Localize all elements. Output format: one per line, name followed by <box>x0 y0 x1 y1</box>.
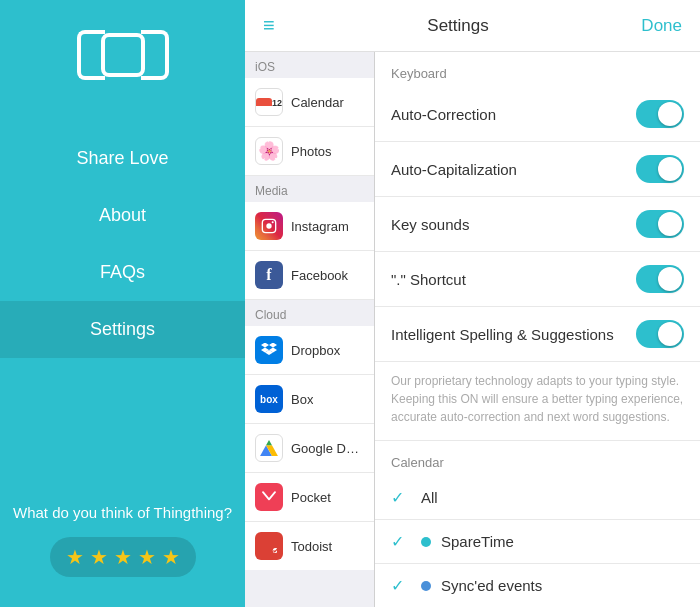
list-panel: iOS 12 Calendar 🌸 Photos Media <box>245 52 375 607</box>
list-item-dropbox-label: Dropbox <box>291 343 340 358</box>
autocorrection-label: Auto-Correction <box>391 106 496 123</box>
list-item-calendar[interactable]: 12 Calendar <box>245 78 374 127</box>
calendar-icon: 12 <box>255 88 283 116</box>
dropbox-icon <box>255 336 283 364</box>
sidebar: Share Love About FAQs Settings What do y… <box>0 0 245 607</box>
list-item-instagram[interactable]: Instagram <box>245 202 374 251</box>
list-item-pocket[interactable]: Pocket <box>245 473 374 522</box>
sidebar-item-about[interactable]: About <box>0 187 245 244</box>
list-item-facebook-label: Facebook <box>291 268 348 283</box>
list-item-dropbox[interactable]: Dropbox <box>245 326 374 375</box>
pocket-icon <box>255 483 283 511</box>
settings-row-autocapitalization: Auto-Capitalization <box>375 142 700 197</box>
photos-icon: 🌸 <box>255 137 283 165</box>
calendar-section-header: Calendar <box>375 441 700 476</box>
feedback-text: What do you think of Thingthing? <box>13 502 232 523</box>
facebook-icon: f <box>255 261 283 289</box>
list-section-ios: iOS <box>245 52 374 78</box>
list-item-googledrive[interactable]: Google D… <box>245 424 374 473</box>
menu-icon[interactable]: ≡ <box>263 14 275 37</box>
star-2[interactable]: ★ <box>90 545 108 569</box>
sidebar-item-faqs[interactable]: FAQs <box>0 244 245 301</box>
list-item-instagram-label: Instagram <box>291 219 349 234</box>
sidebar-nav: Share Love About FAQs Settings <box>0 130 245 358</box>
settings-panel: Keyboard Auto-Correction Auto-Capitaliza… <box>375 52 700 607</box>
calendar-name-all: All <box>421 489 438 506</box>
keyboard-section-header: Keyboard <box>375 52 700 87</box>
calendar-name-sparetime: SpareTime <box>441 533 514 550</box>
calendar-check-sparetime: ✓ <box>391 532 411 551</box>
star-3[interactable]: ★ <box>114 545 132 569</box>
list-item-photos-label: Photos <box>291 144 331 159</box>
app-logo <box>77 30 169 80</box>
list-item-facebook[interactable]: f Facebook <box>245 251 374 300</box>
list-section-cloud: Cloud <box>245 300 374 326</box>
box-icon: box <box>255 385 283 413</box>
star-1[interactable]: ★ <box>66 545 84 569</box>
autocapitalization-label: Auto-Capitalization <box>391 161 517 178</box>
keysounds-toggle[interactable] <box>636 210 684 238</box>
main-panel: ≡ Settings Done iOS 12 Calendar 🌸 Photos <box>245 0 700 607</box>
svg-point-0 <box>266 223 271 228</box>
keyboard-description: Our proprietary technology adapts to you… <box>375 362 700 441</box>
intelligent-spelling-label: Intelligent Spelling & Suggestions <box>391 326 614 343</box>
svg-marker-9 <box>266 440 272 445</box>
intelligent-spelling-toggle[interactable] <box>636 320 684 348</box>
list-item-box-label: Box <box>291 392 313 407</box>
list-item-googledrive-label: Google D… <box>291 441 359 456</box>
star-4[interactable]: ★ <box>138 545 156 569</box>
keysounds-label: Key sounds <box>391 216 469 233</box>
calendar-check-all: ✓ <box>391 488 411 507</box>
settings-row-autocorrection: Auto-Correction <box>375 87 700 142</box>
list-item-box[interactable]: box Box <box>245 375 374 424</box>
settings-row-dotshortcut: "." Shortcut <box>375 252 700 307</box>
star-5[interactable]: ★ <box>162 545 180 569</box>
autocorrection-toggle[interactable] <box>636 100 684 128</box>
logo-bracket-right <box>141 30 169 80</box>
done-button[interactable]: Done <box>641 16 682 36</box>
googledrive-icon <box>255 434 283 462</box>
autocapitalization-toggle[interactable] <box>636 155 684 183</box>
content-area: iOS 12 Calendar 🌸 Photos Media <box>245 52 700 607</box>
calendar-row-sparetime[interactable]: ✓ SpareTime <box>375 520 700 564</box>
sidebar-bottom: What do you think of Thingthing? ★ ★ ★ ★… <box>13 502 232 577</box>
star-rating[interactable]: ★ ★ ★ ★ ★ <box>50 537 196 577</box>
calendar-name-synced: Sync'ed events <box>441 577 542 594</box>
settings-row-intelligent-spelling: Intelligent Spelling & Suggestions <box>375 307 700 362</box>
sidebar-item-share-love[interactable]: Share Love <box>0 130 245 187</box>
logo-square <box>101 33 145 77</box>
settings-row-keysounds: Key sounds <box>375 197 700 252</box>
calendar-check-synced: ✓ <box>391 576 411 595</box>
list-item-calendar-label: Calendar <box>291 95 344 110</box>
list-item-todoist[interactable]: Todoist <box>245 522 374 570</box>
calendar-dot-sparetime <box>421 537 431 547</box>
calendar-row-all[interactable]: ✓ All <box>375 476 700 520</box>
sidebar-item-settings[interactable]: Settings <box>0 301 245 358</box>
topbar: ≡ Settings Done <box>245 0 700 52</box>
svg-point-2 <box>272 221 274 223</box>
topbar-title: Settings <box>427 16 488 36</box>
todoist-icon <box>255 532 283 560</box>
dotshortcut-toggle[interactable] <box>636 265 684 293</box>
dotshortcut-label: "." Shortcut <box>391 271 466 288</box>
calendar-row-synced[interactable]: ✓ Sync'ed events <box>375 564 700 607</box>
list-item-pocket-label: Pocket <box>291 490 331 505</box>
list-item-photos[interactable]: 🌸 Photos <box>245 127 374 176</box>
instagram-icon <box>255 212 283 240</box>
calendar-dot-synced <box>421 581 431 591</box>
list-section-media: Media <box>245 176 374 202</box>
list-item-todoist-label: Todoist <box>291 539 332 554</box>
